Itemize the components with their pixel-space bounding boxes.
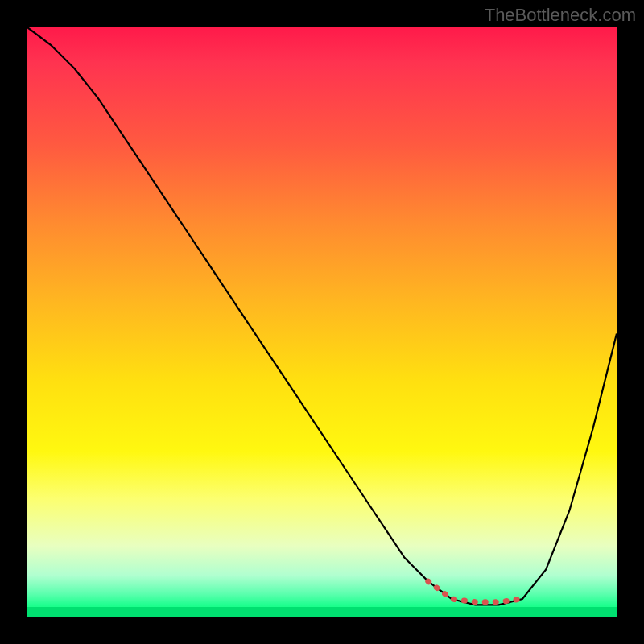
bottleneck-curve [27, 27, 617, 617]
watermark-text: TheBottleneck.com [485, 5, 636, 26]
baseline-strip [27, 607, 617, 617]
chart-plot-area [27, 27, 617, 617]
